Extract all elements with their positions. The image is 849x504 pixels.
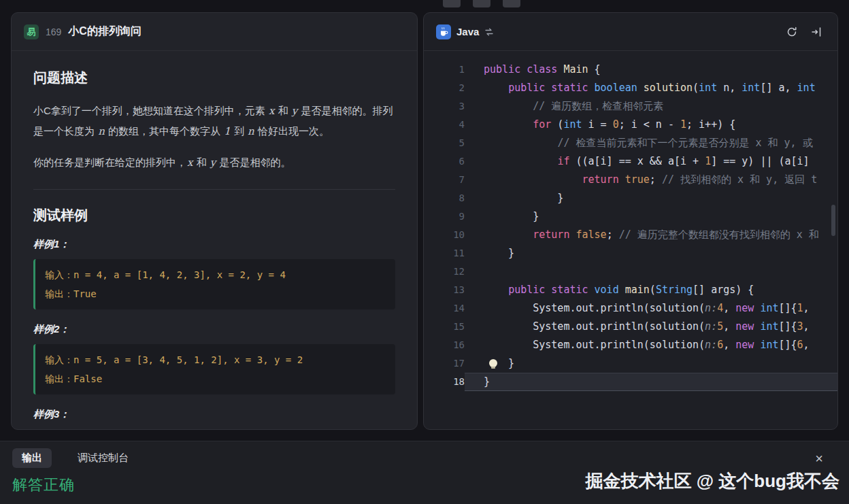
sample-input-line: 输入：n = 4, a = [1, 4, 2, 3], x = 2, y = 4 [45,265,386,284]
close-icon[interactable]: × [815,452,823,465]
top-bar-button[interactable] [443,0,461,7]
code-line[interactable]: 15 System.out.println(solution(n:5, new … [424,318,837,336]
text-segment: 恰好出现一次。 [255,125,329,137]
line-number: 7 [424,171,465,189]
sample-input-line: 输入：n = 5, a = [3, 4, 5, 1, 2], x = 3, y … [45,350,386,369]
line-number: 8 [424,189,465,207]
code-line[interactable]: 11 } [424,244,837,263]
code-line[interactable]: 7 return true; // 找到相邻的 x 和 y, 返回 t [424,171,837,189]
code-line[interactable]: 10 return false; // 遍历完整个数组都没有找到相邻的 x 和 [424,226,837,244]
code-line[interactable]: 3 // 遍历数组，检查相邻元素 [424,97,837,116]
line-number: 10 [424,226,465,244]
sample-label: 样例3： [33,408,395,421]
refresh-icon[interactable] [783,23,801,41]
editor-scrollbar[interactable] [831,205,835,236]
section-divider [33,189,395,190]
line-number: 15 [424,318,465,336]
math-var: n [97,125,105,137]
line-number: 11 [424,244,465,263]
math-var: x [186,156,193,169]
code-line[interactable]: 9 } [424,207,837,226]
code-line[interactable]: 17 } [424,354,837,373]
difficulty-badge: 易 [24,24,39,39]
line-number: 9 [424,207,465,226]
code-line[interactable]: 18} [424,373,837,391]
problem-panel: 易 169 小C的排列询问 问题描述 小C拿到了一个排列，她想知道在这个排列中，… [11,12,418,430]
code-line[interactable]: 6 if ((a[i] == x && a[i + 1] == y) || (a… [424,152,837,171]
java-icon [436,24,451,39]
math-var: y [291,105,298,117]
line-number: 5 [424,134,465,152]
sample-output-line: 输出：False [45,369,386,388]
problem-title: 小C的排列询问 [68,24,142,39]
line-number: 17 [424,354,465,373]
sample-label: 样例1： [33,238,395,251]
sample-block: 输入：n = 5, a = [3, 4, 5, 1, 2], x = 3, y … [33,344,395,394]
sample-input-label: 输入： [45,269,73,280]
code-line[interactable]: 2 public static boolean solution(int n, … [424,79,837,97]
swap-arrows-icon[interactable] [484,27,494,37]
sample-output-value: False [73,373,102,384]
math-var: x [268,105,275,117]
line-number: 4 [424,116,465,134]
description-heading: 问题描述 [33,69,395,87]
text-segment: 和 [275,105,290,116]
sample-input-value: n = 4, a = [1, 4, 2, 3], x = 2, y = 4 [73,269,286,280]
top-bar-button[interactable] [473,0,490,7]
sample-output-label: 输出： [45,288,73,299]
line-number: 18 [424,373,465,391]
tab-debug-console[interactable]: 调试控制台 [78,452,129,465]
lightbulb-icon[interactable] [489,359,497,367]
line-number: 14 [424,299,465,318]
code-line[interactable]: 8 } [424,189,837,207]
problem-content: 问题描述 小C拿到了一个排列，她想知道在这个排列中，元素 x 和 y 是否是相邻… [12,51,417,421]
sample-label: 样例2： [33,323,395,336]
math-var: n [247,125,255,137]
text-segment: 是否是相邻的。 [216,156,290,168]
line-number: 6 [424,152,465,171]
sample-output-value: True [73,288,97,299]
math-var: y [210,156,216,169]
text-segment: 你的任务是判断在给定的排列中， [33,156,186,168]
text-segment: 的数组，其中每个数字从 [105,125,223,137]
line-number: 13 [424,281,465,299]
tab-output[interactable]: 输出 [12,448,52,468]
description-paragraph: 小C拿到了一个排列，她想知道在这个排列中，元素 x 和 y 是否是相邻的。排列是… [33,101,395,141]
code-line[interactable]: 14 System.out.println(solution(n:4, new … [424,299,837,318]
sample-output-line: 输出：True [45,284,386,303]
editor-header: Java [424,13,837,51]
text-segment: 和 [193,156,209,168]
line-number: 12 [424,263,465,281]
sample-block: 输入：n = 4, a = [1, 4, 2, 3], x = 2, y = 4… [33,259,395,309]
watermark-text: 掘金技术社区 @ 这个bug我不会 [586,469,839,493]
code-line[interactable]: 12 [424,263,837,281]
code-line[interactable]: 1public class Main { [424,61,837,79]
text-segment: 小C拿到了一个排列，她想知道在这个排列中，元素 [33,105,268,116]
line-number: 16 [424,336,465,354]
expand-panel-icon[interactable] [808,23,825,41]
editor-panel: Java 1public class Main {2 public static… [423,12,838,430]
code-line[interactable]: 5 // 检查当前元素和下一个元素是否分别是 x 和 y, 或 [424,134,837,152]
problem-header: 易 169 小C的排列询问 [12,13,417,51]
code-line[interactable]: 13 public static void main(String[] args… [424,281,837,299]
console-tabs: 输出 调试控制台 × [0,441,849,468]
top-bar-button[interactable] [503,0,520,7]
line-number: 2 [424,79,465,97]
language-selector[interactable]: Java [436,24,494,39]
code-line[interactable]: 4 for (int i = 0; i < n - 1; i++) { [424,116,837,134]
code-line[interactable]: 16 System.out.println(solution(n:6, new … [424,336,837,354]
code-editor[interactable]: 1public class Main {2 public static bool… [424,61,837,425]
sample-input-value: n = 5, a = [3, 4, 5, 1, 2], x = 3, y = 2 [73,354,303,365]
text-segment: 到 [231,125,247,137]
sample-output-label: 输出： [45,373,73,384]
samples-heading: 测试样例 [33,206,395,224]
line-number: 1 [424,61,465,79]
sample-input-label: 输入： [45,354,73,365]
line-number: 3 [424,97,465,116]
problem-id: 169 [46,27,61,37]
math-var: 1 [223,125,231,137]
language-label: Java [456,26,479,37]
description-paragraph: 你的任务是判断在给定的排列中，x 和 y 是否是相邻的。 [33,152,395,173]
